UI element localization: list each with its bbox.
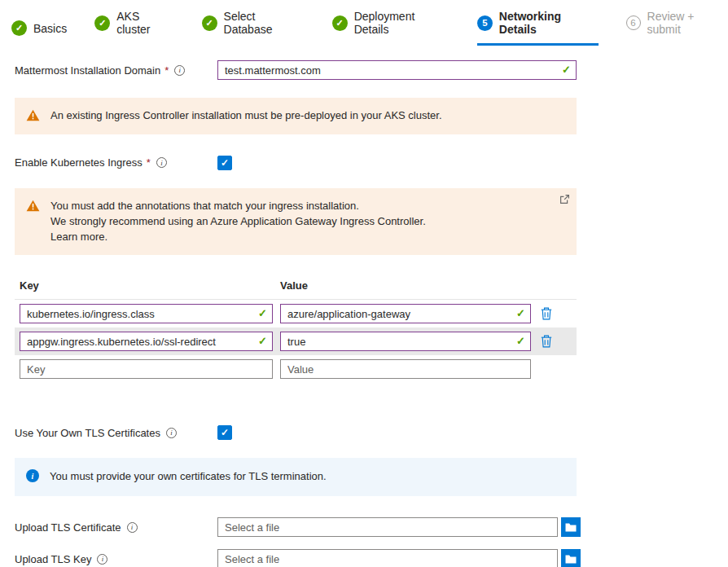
tls-certificates-label: Use Your Own TLS Certificates i	[15, 427, 217, 439]
tab-basics[interactable]: ✓ Basics	[11, 20, 67, 46]
key-column-header: Key	[20, 279, 273, 292]
tab-review-submit[interactable]: 6 Review + submit	[626, 10, 728, 46]
step-complete-icon: ✓	[94, 15, 110, 31]
enable-ingress-checkbox[interactable]: ✓	[217, 156, 232, 170]
domain-field-row: Mattermost Installation Domain * i ✓	[15, 60, 728, 80]
annotations-table: Key Value ✓ ✓ ✓ ✓	[15, 279, 577, 383]
label-text: Use Your Own TLS Certificates	[15, 427, 160, 439]
check-glyph: ✓	[99, 18, 106, 29]
annotations-table-header: Key Value	[15, 279, 577, 300]
annotation-value-input[interactable]	[280, 332, 531, 351]
annotation-row-empty	[15, 355, 577, 383]
annotation-value-input[interactable]	[280, 304, 531, 323]
check-glyph: ✓	[336, 18, 344, 29]
warning-line: You must add the annotations that match …	[50, 199, 426, 214]
info-glyph: i	[32, 472, 34, 481]
upload-certificate-input[interactable]	[217, 517, 558, 537]
upload-key-label: Upload TLS Key i	[15, 553, 217, 565]
domain-input-wrap: ✓	[217, 60, 577, 80]
tab-label: Select Database	[224, 10, 305, 36]
upload-certificate-row: Upload TLS Certificate i	[15, 517, 728, 537]
browse-certificate-button[interactable]	[561, 517, 581, 537]
learn-more-link[interactable]: Learn more.	[50, 230, 426, 245]
annotation-key-input[interactable]	[20, 304, 273, 323]
warning-banner-ingress-controller: An existing Ingress Controller installat…	[15, 98, 577, 134]
label-text: Upload TLS Key	[15, 553, 91, 565]
step-number-icon: 6	[626, 15, 641, 30]
checkbox-check-icon: ✓	[221, 428, 229, 437]
domain-input[interactable]	[217, 60, 577, 80]
info-icon[interactable]: i	[156, 157, 167, 168]
required-asterisk: *	[147, 156, 151, 169]
key-input-wrap: ✓	[20, 332, 273, 351]
external-link-icon[interactable]	[560, 194, 569, 206]
step-complete-icon: ✓	[332, 15, 348, 31]
step-complete-icon: ✓	[202, 15, 217, 31]
warning-banner-annotations: You must add the annotations that match …	[15, 188, 577, 256]
label-text: Enable Kubernetes Ingress	[15, 156, 143, 169]
annotation-row: ✓ ✓	[15, 300, 577, 327]
domain-field-label: Mattermost Installation Domain * i	[15, 64, 217, 77]
annotation-key-input-empty[interactable]	[20, 359, 273, 379]
upload-certificate-label: Upload TLS Certificate i	[15, 521, 217, 534]
checkbox-check-icon: ✓	[221, 158, 229, 168]
annotation-row: ✓ ✓	[15, 327, 577, 355]
tab-label: Deployment Details	[354, 10, 450, 36]
key-input-wrap	[20, 359, 273, 379]
key-input-wrap: ✓	[20, 304, 273, 323]
tab-label: Basics	[33, 22, 67, 35]
info-filled-icon: i	[26, 469, 39, 482]
value-input-wrap: ✓	[280, 332, 531, 351]
info-icon[interactable]: i	[166, 428, 177, 438]
browse-key-button[interactable]	[561, 549, 581, 567]
value-column-header: Value	[280, 279, 531, 292]
tab-label: Review + submit	[647, 10, 728, 36]
step-number-icon: 5	[477, 15, 493, 31]
delete-row-button[interactable]	[541, 307, 552, 320]
value-input-wrap	[280, 359, 531, 379]
enable-ingress-label: Enable Kubernetes Ingress * i	[15, 156, 217, 169]
step-complete-icon: ✓	[11, 20, 27, 36]
annotation-value-input-empty[interactable]	[280, 359, 531, 379]
wizard-tabs: ✓ Basics ✓ AKS cluster ✓ Select Database…	[0, 0, 728, 46]
tls-certificates-row: Use Your Own TLS Certificates i ✓	[15, 425, 728, 440]
tab-deployment-details[interactable]: ✓ Deployment Details	[332, 10, 450, 46]
value-input-wrap: ✓	[280, 304, 531, 323]
tab-select-database[interactable]: ✓ Select Database	[202, 10, 305, 46]
warning-text: You must add the annotations that match …	[50, 199, 426, 245]
enable-ingress-row: Enable Kubernetes Ingress * i ✓	[15, 156, 728, 170]
info-text: You must provide your own certificates f…	[50, 469, 327, 485]
check-glyph: ✓	[205, 18, 213, 29]
warning-icon	[26, 109, 40, 121]
annotation-key-input[interactable]	[20, 332, 273, 351]
upload-key-input[interactable]	[217, 549, 558, 567]
info-icon[interactable]: i	[174, 65, 185, 76]
warning-icon	[26, 200, 40, 212]
tab-label: Networking Details	[499, 10, 599, 36]
networking-details-form: Mattermost Installation Domain * i ✓ An …	[0, 60, 728, 567]
tab-networking-details[interactable]: 5 Networking Details	[477, 10, 599, 46]
delete-row-button[interactable]	[541, 335, 552, 348]
tab-label: AKS cluster	[116, 10, 173, 36]
info-icon[interactable]: i	[127, 522, 138, 533]
info-icon[interactable]: i	[97, 554, 107, 565]
warning-line: We strongly recommend using an Azure App…	[50, 214, 426, 230]
check-glyph: ✓	[15, 23, 23, 33]
required-asterisk: *	[164, 64, 169, 77]
upload-certificate-input-wrap	[217, 517, 558, 537]
warning-text: An existing Ingress Controller installat…	[50, 108, 442, 124]
tls-certificates-checkbox[interactable]: ✓	[217, 425, 232, 440]
upload-key-input-wrap	[217, 549, 558, 567]
upload-key-row: Upload TLS Key i	[15, 549, 728, 567]
info-banner-tls: i You must provide your own certificates…	[15, 458, 577, 496]
tab-aks-cluster[interactable]: ✓ AKS cluster	[94, 10, 173, 46]
label-text: Mattermost Installation Domain	[15, 64, 160, 77]
label-text: Upload TLS Certificate	[15, 521, 121, 534]
